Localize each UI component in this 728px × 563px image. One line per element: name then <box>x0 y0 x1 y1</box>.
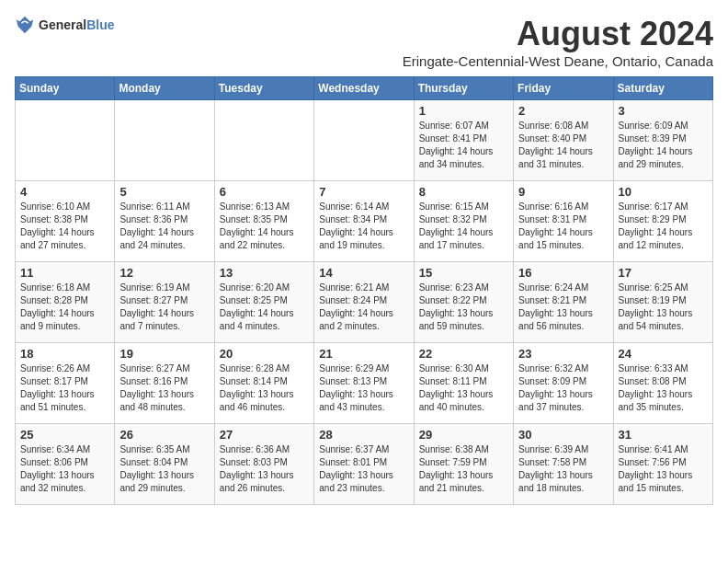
calendar-subtitle: Eringate-Centennial-West Deane, Ontario,… <box>403 53 713 69</box>
day-number: 3 <box>619 104 708 118</box>
calendar-cell: 19Sunrise: 6:27 AM Sunset: 8:16 PM Dayli… <box>115 343 214 424</box>
day-number: 23 <box>518 347 608 361</box>
calendar-table: SundayMondayTuesdayWednesdayThursdayFrid… <box>15 76 713 505</box>
day-info: Sunrise: 6:29 AM Sunset: 8:13 PM Dayligh… <box>319 362 408 414</box>
day-info: Sunrise: 6:14 AM Sunset: 8:34 PM Dayligh… <box>319 201 408 252</box>
day-number: 9 <box>518 185 608 199</box>
day-number: 21 <box>319 347 408 361</box>
day-header-tuesday: Tuesday <box>214 77 313 100</box>
calendar-cell: 13Sunrise: 6:20 AM Sunset: 8:25 PM Dayli… <box>214 262 313 343</box>
day-info: Sunrise: 6:25 AM Sunset: 8:19 PM Dayligh… <box>619 282 708 333</box>
calendar-cell: 5Sunrise: 6:11 AM Sunset: 8:36 PM Daylig… <box>115 181 214 262</box>
day-number: 20 <box>220 347 309 361</box>
calendar-cell: 15Sunrise: 6:23 AM Sunset: 8:22 PM Dayli… <box>414 262 513 343</box>
logo: General Blue <box>15 15 114 35</box>
day-number: 31 <box>619 428 708 442</box>
day-number: 6 <box>220 185 309 199</box>
day-info: Sunrise: 6:32 AM Sunset: 8:09 PM Dayligh… <box>518 362 608 414</box>
day-number: 13 <box>220 266 309 280</box>
day-info: Sunrise: 6:41 AM Sunset: 7:56 PM Dayligh… <box>619 443 708 495</box>
calendar-cell: 10Sunrise: 6:17 AM Sunset: 8:29 PM Dayli… <box>613 181 712 262</box>
header-row: SundayMondayTuesdayWednesdayThursdayFrid… <box>16 77 713 100</box>
calendar-cell: 29Sunrise: 6:38 AM Sunset: 7:59 PM Dayli… <box>414 424 513 505</box>
day-info: Sunrise: 6:16 AM Sunset: 8:31 PM Dayligh… <box>518 201 608 252</box>
day-info: Sunrise: 6:24 AM Sunset: 8:21 PM Dayligh… <box>518 282 608 333</box>
day-number: 5 <box>119 185 209 199</box>
day-info: Sunrise: 6:38 AM Sunset: 7:59 PM Dayligh… <box>419 443 508 495</box>
day-info: Sunrise: 6:21 AM Sunset: 8:24 PM Dayligh… <box>319 282 408 333</box>
logo-blue-text: Blue <box>86 17 114 32</box>
calendar-cell: 17Sunrise: 6:25 AM Sunset: 8:19 PM Dayli… <box>613 262 712 343</box>
calendar-cell: 3Sunrise: 6:09 AM Sunset: 8:39 PM Daylig… <box>613 100 712 181</box>
day-info: Sunrise: 6:34 AM Sunset: 8:06 PM Dayligh… <box>20 443 109 495</box>
calendar-cell: 14Sunrise: 6:21 AM Sunset: 8:24 PM Dayli… <box>314 262 414 343</box>
calendar-cell <box>214 100 313 181</box>
calendar-cell: 1Sunrise: 6:07 AM Sunset: 8:41 PM Daylig… <box>414 100 513 181</box>
day-number: 25 <box>20 428 109 442</box>
day-number: 15 <box>419 266 508 280</box>
day-info: Sunrise: 6:15 AM Sunset: 8:32 PM Dayligh… <box>419 201 508 252</box>
day-info: Sunrise: 6:35 AM Sunset: 8:04 PM Dayligh… <box>119 443 209 495</box>
day-number: 19 <box>119 347 209 361</box>
calendar-cell: 26Sunrise: 6:35 AM Sunset: 8:04 PM Dayli… <box>115 424 214 505</box>
calendar-cell: 22Sunrise: 6:30 AM Sunset: 8:11 PM Dayli… <box>414 343 513 424</box>
calendar-cell: 20Sunrise: 6:28 AM Sunset: 8:14 PM Dayli… <box>214 343 313 424</box>
day-number: 18 <box>20 347 109 361</box>
day-info: Sunrise: 6:28 AM Sunset: 8:14 PM Dayligh… <box>220 362 309 414</box>
week-row-1: 1Sunrise: 6:07 AM Sunset: 8:41 PM Daylig… <box>16 100 713 181</box>
calendar-cell: 7Sunrise: 6:14 AM Sunset: 8:34 PM Daylig… <box>314 181 414 262</box>
day-number: 1 <box>419 104 508 118</box>
day-number: 2 <box>518 104 608 118</box>
day-info: Sunrise: 6:10 AM Sunset: 8:38 PM Dayligh… <box>20 201 109 252</box>
calendar-cell: 8Sunrise: 6:15 AM Sunset: 8:32 PM Daylig… <box>414 181 513 262</box>
day-info: Sunrise: 6:30 AM Sunset: 8:11 PM Dayligh… <box>419 362 508 414</box>
day-number: 4 <box>20 185 109 199</box>
calendar-cell: 4Sunrise: 6:10 AM Sunset: 8:38 PM Daylig… <box>16 181 115 262</box>
day-number: 17 <box>619 266 708 280</box>
calendar-cell: 2Sunrise: 6:08 AM Sunset: 8:40 PM Daylig… <box>514 100 613 181</box>
day-number: 16 <box>518 266 608 280</box>
day-info: Sunrise: 6:11 AM Sunset: 8:36 PM Dayligh… <box>119 201 209 252</box>
day-number: 24 <box>619 347 708 361</box>
calendar-cell: 6Sunrise: 6:13 AM Sunset: 8:35 PM Daylig… <box>214 181 313 262</box>
week-row-4: 18Sunrise: 6:26 AM Sunset: 8:17 PM Dayli… <box>16 343 713 424</box>
logo-icon <box>15 15 35 35</box>
day-info: Sunrise: 6:09 AM Sunset: 8:39 PM Dayligh… <box>619 120 708 171</box>
calendar-cell: 27Sunrise: 6:36 AM Sunset: 8:03 PM Dayli… <box>214 424 313 505</box>
calendar-title: August 2024 <box>403 15 713 53</box>
title-section: August 2024 Eringate-Centennial-West Dea… <box>403 15 713 69</box>
day-header-sunday: Sunday <box>16 77 115 100</box>
day-header-thursday: Thursday <box>414 77 513 100</box>
day-info: Sunrise: 6:13 AM Sunset: 8:35 PM Dayligh… <box>220 201 309 252</box>
header: General Blue August 2024 Eringate-Centen… <box>15 15 713 69</box>
calendar-cell <box>314 100 414 181</box>
day-number: 7 <box>319 185 408 199</box>
day-info: Sunrise: 6:19 AM Sunset: 8:27 PM Dayligh… <box>119 282 209 333</box>
calendar-cell: 28Sunrise: 6:37 AM Sunset: 8:01 PM Dayli… <box>314 424 414 505</box>
calendar-cell: 31Sunrise: 6:41 AM Sunset: 7:56 PM Dayli… <box>613 424 712 505</box>
calendar-cell: 24Sunrise: 6:33 AM Sunset: 8:08 PM Dayli… <box>613 343 712 424</box>
day-header-wednesday: Wednesday <box>314 77 414 100</box>
day-number: 22 <box>419 347 508 361</box>
day-info: Sunrise: 6:37 AM Sunset: 8:01 PM Dayligh… <box>319 443 408 495</box>
calendar-cell: 9Sunrise: 6:16 AM Sunset: 8:31 PM Daylig… <box>514 181 613 262</box>
day-info: Sunrise: 6:07 AM Sunset: 8:41 PM Dayligh… <box>419 120 508 171</box>
day-number: 8 <box>419 185 508 199</box>
week-row-3: 11Sunrise: 6:18 AM Sunset: 8:28 PM Dayli… <box>16 262 713 343</box>
day-info: Sunrise: 6:33 AM Sunset: 8:08 PM Dayligh… <box>619 362 708 414</box>
day-info: Sunrise: 6:18 AM Sunset: 8:28 PM Dayligh… <box>20 282 109 333</box>
day-info: Sunrise: 6:36 AM Sunset: 8:03 PM Dayligh… <box>220 443 309 495</box>
day-number: 29 <box>419 428 508 442</box>
day-number: 28 <box>319 428 408 442</box>
day-number: 10 <box>619 185 708 199</box>
day-info: Sunrise: 6:39 AM Sunset: 7:58 PM Dayligh… <box>518 443 608 495</box>
calendar-cell <box>115 100 214 181</box>
calendar-cell: 18Sunrise: 6:26 AM Sunset: 8:17 PM Dayli… <box>16 343 115 424</box>
day-info: Sunrise: 6:20 AM Sunset: 8:25 PM Dayligh… <box>220 282 309 333</box>
day-header-monday: Monday <box>115 77 214 100</box>
calendar-cell: 12Sunrise: 6:19 AM Sunset: 8:27 PM Dayli… <box>115 262 214 343</box>
logo-general-text: General <box>39 17 86 32</box>
day-header-friday: Friday <box>514 77 613 100</box>
day-number: 27 <box>220 428 309 442</box>
calendar-cell: 21Sunrise: 6:29 AM Sunset: 8:13 PM Dayli… <box>314 343 414 424</box>
